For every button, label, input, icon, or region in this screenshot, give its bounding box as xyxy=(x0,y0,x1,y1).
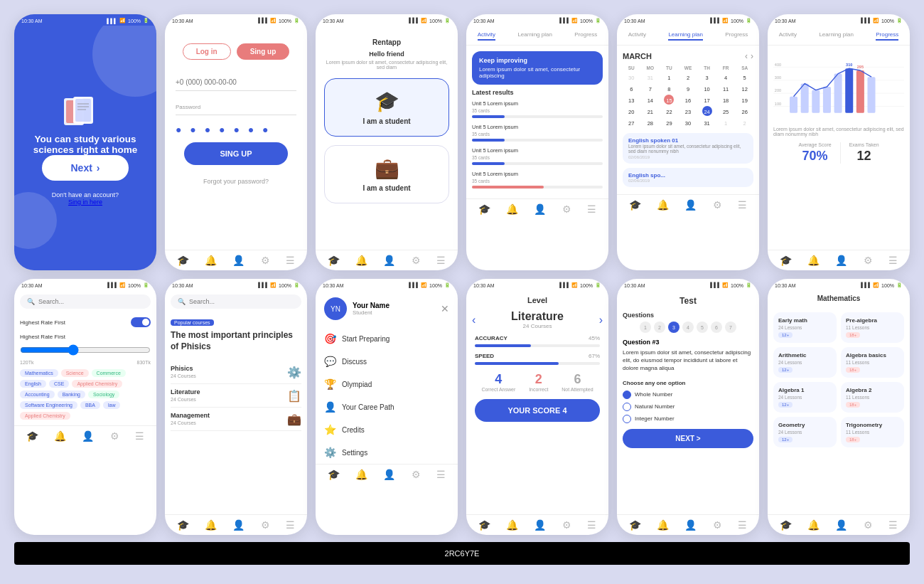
tag-software[interactable]: Software Engineering xyxy=(20,401,77,409)
menu-olympiad[interactable]: 🏆 Olympiad xyxy=(316,373,458,395)
menu-start-preparing[interactable]: 🎯 Start Preparing xyxy=(316,327,458,350)
menu-discuss[interactable]: 💬 Discuss xyxy=(316,350,458,373)
q-num-7[interactable]: 7 xyxy=(725,322,736,333)
course-management[interactable]: Management 24 Courses 💼 xyxy=(171,408,301,431)
sign-in-link[interactable]: Sing in here xyxy=(68,198,102,206)
tag-law[interactable]: law xyxy=(103,401,121,409)
nav-settings-10[interactable]: ⚙ xyxy=(562,519,571,531)
tab-progress-6[interactable]: Progress xyxy=(876,30,898,41)
radio-3[interactable] xyxy=(623,415,631,423)
nav-home-6[interactable]: 🎓 xyxy=(780,255,792,266)
q-num-5[interactable]: 5 xyxy=(697,322,708,333)
menu-credits[interactable]: ⭐ Credits xyxy=(316,418,458,441)
q-num-4[interactable]: 4 xyxy=(682,322,694,333)
nav-bell-8[interactable]: 🔔 xyxy=(205,519,217,531)
nav-user-11[interactable]: 👤 xyxy=(684,519,697,531)
next-test-button[interactable]: NEXT > xyxy=(623,429,753,448)
english-event-2[interactable]: English spo... 02/06/2019 xyxy=(623,168,753,187)
tab-learning-5[interactable]: Learning plan xyxy=(668,30,702,41)
nav-home-11[interactable]: 🎓 xyxy=(629,519,641,531)
student-role-card[interactable]: 🎓 I am a student xyxy=(324,78,449,137)
toggle-1[interactable] xyxy=(131,317,151,327)
english-event-1[interactable]: English spoken 01 Lorem ipsum dolor sit … xyxy=(623,133,753,164)
math-card-algebra2[interactable]: Algebra 2 11 Lessons 18+ xyxy=(841,382,904,413)
tab-activity-5[interactable]: Activity xyxy=(628,30,646,41)
forgot-password-link[interactable]: Forgot your password? xyxy=(203,178,269,185)
nav-menu-icon[interactable]: ☰ xyxy=(286,255,295,266)
nav-home-9[interactable]: 🎓 xyxy=(328,469,340,480)
tab-learning-6[interactable]: Learning plan xyxy=(819,30,853,41)
menu-career-path[interactable]: 👤 Your Caree Path xyxy=(316,395,458,418)
prev-month-btn[interactable]: ‹ xyxy=(745,51,748,61)
menu-settings[interactable]: ⚙️ Settings xyxy=(316,441,458,464)
q-num-2[interactable]: 2 xyxy=(654,322,665,333)
nav-bell-12[interactable]: 🔔 xyxy=(807,519,820,531)
your-score-button[interactable]: YOUR SCORE 4 xyxy=(475,399,600,422)
nav-menu-3[interactable]: ☰ xyxy=(436,255,446,266)
nav-bell-11[interactable]: 🔔 xyxy=(657,519,669,531)
nav-home-8[interactable]: 🎓 xyxy=(177,519,189,531)
nav-bell-9[interactable]: 🔔 xyxy=(355,469,367,480)
level-prev-btn[interactable]: ‹ xyxy=(472,314,476,326)
tag-science[interactable]: Science xyxy=(61,369,89,377)
tag-cse[interactable]: CSE xyxy=(49,380,69,388)
nav-settings-4[interactable]: ⚙ xyxy=(562,203,571,215)
nav-user-10[interactable]: 👤 xyxy=(534,519,546,531)
tag-english[interactable]: English xyxy=(20,380,46,388)
nav-user-8[interactable]: 👤 xyxy=(232,519,245,531)
tag-banking[interactable]: Banking xyxy=(58,391,85,398)
today-marker[interactable]: 15 xyxy=(664,95,674,105)
tag-sociology[interactable]: Sociology xyxy=(88,391,119,398)
highlighted-day[interactable]: 24 xyxy=(702,106,712,116)
math-card-algebra1[interactable]: Algebra 1 24 Lessons 12+ xyxy=(773,382,837,413)
login-tab[interactable]: Log in xyxy=(183,43,231,60)
nav-settings-icon[interactable]: ⚙ xyxy=(261,255,270,266)
tag-commerce[interactable]: Commerce xyxy=(92,369,126,377)
nav-bell-6[interactable]: 🔔 xyxy=(807,255,820,266)
nav-home-3[interactable]: 🎓 xyxy=(328,255,340,266)
nav-settings-12[interactable]: ⚙ xyxy=(864,519,873,531)
nav-settings-8[interactable]: ⚙ xyxy=(261,519,270,531)
q-num-6[interactable]: 6 xyxy=(711,322,722,333)
nav-user-9[interactable]: 👤 xyxy=(383,469,395,480)
nav-home-4[interactable]: 🎓 xyxy=(478,203,490,215)
nav-settings-9[interactable]: ⚙ xyxy=(412,469,421,480)
next-button[interactable]: Next › xyxy=(42,155,128,181)
nav-menu-4[interactable]: ☰ xyxy=(587,203,596,215)
signup-tab[interactable]: Sing up xyxy=(237,43,290,60)
worker-role-card[interactable]: 💼 I am a student xyxy=(324,145,449,203)
nav-user-7[interactable]: 👤 xyxy=(82,430,94,442)
nav-menu-10[interactable]: ☰ xyxy=(587,519,596,531)
math-card-arithmetic[interactable]: Arithmetic 24 Lessons 12+ xyxy=(773,347,837,378)
math-card-algebra-basics[interactable]: Algebra basics 11 Lessons 18+ xyxy=(841,347,904,378)
signup-button[interactable]: SING UP xyxy=(184,142,287,165)
tab-progress[interactable]: Progress xyxy=(574,30,597,41)
nav-settings-5[interactable]: ⚙ xyxy=(713,199,722,211)
course-literature[interactable]: Literature 24 Courses 📋 xyxy=(171,384,301,408)
tab-activity-6[interactable]: Activity xyxy=(779,30,797,41)
price-range-slider[interactable] xyxy=(20,344,151,356)
nav-bell-4[interactable]: 🔔 xyxy=(506,203,518,215)
nav-menu-6[interactable]: ☰ xyxy=(888,255,898,266)
nav-bell-icon[interactable]: 🔔 xyxy=(205,255,217,266)
nav-menu-12[interactable]: ☰ xyxy=(888,519,898,531)
math-card-geometry[interactable]: Geometry 24 Lessons 12+ xyxy=(773,417,837,447)
search-input-8[interactable] xyxy=(189,298,294,305)
nav-home-icon[interactable]: 🎓 xyxy=(177,255,189,266)
tab-progress-5[interactable]: Progress xyxy=(725,30,748,41)
course-phisics[interactable]: Phisics 24 Courses ⚙️ xyxy=(171,361,301,384)
tag-accounting[interactable]: Accounting xyxy=(20,391,55,398)
nav-user-icon[interactable]: 👤 xyxy=(232,255,245,266)
radio-1[interactable] xyxy=(623,391,631,399)
nav-user-4[interactable]: 👤 xyxy=(534,203,546,215)
tab-learning-plan[interactable]: Learning plan xyxy=(517,30,552,41)
q-num-3[interactable]: 3 xyxy=(668,322,679,333)
nav-bell-3[interactable]: 🔔 xyxy=(355,255,367,266)
nav-settings-3[interactable]: ⚙ xyxy=(412,255,421,266)
nav-settings-7[interactable]: ⚙ xyxy=(110,430,119,442)
math-card-trig[interactable]: Trigonometry 11 Lessons 18+ xyxy=(841,417,904,447)
nav-settings-11[interactable]: ⚙ xyxy=(713,519,722,531)
nav-user-12[interactable]: 👤 xyxy=(835,519,847,531)
tag-applied-chem1[interactable]: Applied Chemistry xyxy=(72,380,122,388)
phone-input[interactable] xyxy=(176,74,296,91)
